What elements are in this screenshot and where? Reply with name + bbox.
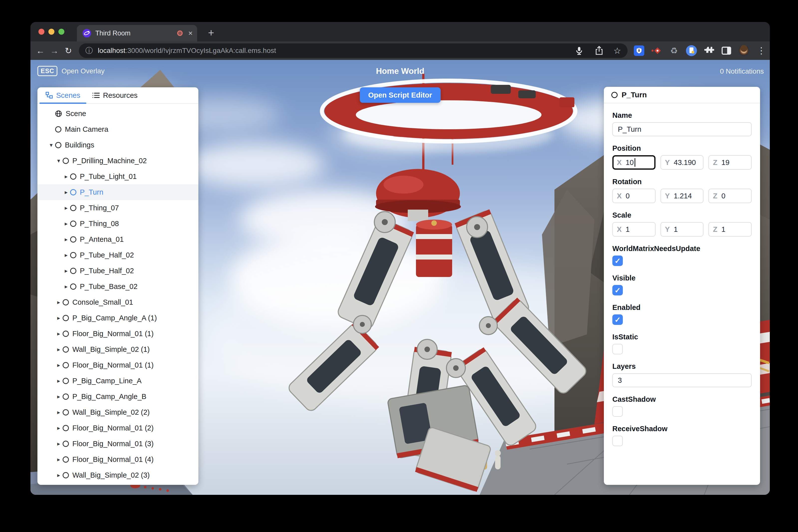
chevron-right-icon[interactable]: ▸ <box>62 173 70 180</box>
rotation-y-input[interactable]: Y1.214 <box>661 189 704 203</box>
chevron-right-icon[interactable]: ▸ <box>55 440 62 447</box>
properties-header: P_Turn <box>604 87 760 103</box>
chevron-down-icon[interactable]: ▾ <box>55 157 62 164</box>
chevron-right-icon[interactable]: ▸ <box>62 252 70 259</box>
rotation-z-input[interactable]: Z0 <box>708 189 752 203</box>
scale-label: Scale <box>612 211 752 220</box>
reload-icon[interactable]: ↻ <box>61 46 75 56</box>
tree-item[interactable]: ▾Buildings <box>37 137 198 153</box>
position-z-input[interactable]: Z19 <box>708 155 752 170</box>
tree-item[interactable]: ▸Console_Small_01 <box>37 294 198 310</box>
chevron-right-icon[interactable]: ▸ <box>62 220 70 227</box>
chevron-right-icon[interactable]: ▸ <box>62 189 70 196</box>
tree-item[interactable]: ▸P_Big_Camp_Angle_A (1) <box>37 310 198 326</box>
notifications-status[interactable]: 0 Notifications <box>720 68 764 75</box>
tree-item[interactable]: ▸P_Tube_Half_02 <box>37 263 198 279</box>
tree-item[interactable]: ▸P_Tube_Base_02 <box>37 279 198 294</box>
position-label: Position <box>612 144 752 153</box>
new-tab-button[interactable]: + <box>205 27 217 39</box>
chevron-right-icon[interactable]: ▸ <box>62 283 70 290</box>
window-zoom-button[interactable] <box>58 29 64 35</box>
scale-x-input[interactable]: X1 <box>612 222 656 236</box>
scale-z-input[interactable]: Z1 <box>708 222 752 236</box>
tree-item[interactable]: ▸P_Big_Camp_Line_A <box>37 373 198 389</box>
side-panel-icon[interactable] <box>720 45 733 57</box>
viewport-3d[interactable]: ESC Open Overlay Home World 0 Notificati… <box>31 60 770 495</box>
window-close-button[interactable] <box>38 29 44 35</box>
tree-item[interactable]: ▸Wall_Big_Simple_02 (2) <box>37 404 198 420</box>
open-overlay-control[interactable]: ESC Open Overlay <box>37 66 104 76</box>
tree-item-scene[interactable]: Scene <box>37 106 198 121</box>
tree-item[interactable]: ▸P_Antena_01 <box>37 232 198 247</box>
scene-tree: Scene Main Camera ▾Buildings ▾P_Drilling… <box>37 104 198 483</box>
browser-tab[interactable]: Third Room × <box>77 25 197 41</box>
chevron-right-icon[interactable]: ▸ <box>55 362 62 368</box>
tree-item[interactable]: ▸P_Tube_Half_02 <box>37 247 198 263</box>
microphone-icon[interactable] <box>574 45 585 56</box>
tree-item[interactable]: ▸Floor_Big_Normal_01 (1) <box>37 357 198 373</box>
tree-item[interactable]: ▸Wall_Big_Simple_02 (1) <box>37 342 198 357</box>
chevron-right-icon[interactable]: ▸ <box>62 236 70 243</box>
chevron-right-icon[interactable]: ▸ <box>55 393 62 400</box>
chevron-right-icon[interactable]: ▸ <box>55 425 62 432</box>
name-input[interactable]: P_Turn <box>612 122 752 136</box>
tree-item-selected[interactable]: ▸P_Turn <box>37 185 198 200</box>
tree-item[interactable]: ▸P_Big_Camp_Angle_B <box>37 389 198 404</box>
extension-recycle-icon[interactable]: ♻ <box>668 45 680 57</box>
extension-red-diamond-icon[interactable] <box>650 45 663 57</box>
tree-item[interactable]: ▸P_Thing_08 <box>37 216 198 232</box>
position-x-input[interactable]: X10 <box>612 155 656 170</box>
chevron-right-icon[interactable]: ▸ <box>55 346 62 353</box>
world-matrix-needs-update-checkbox[interactable]: ✓ <box>612 255 623 266</box>
chevron-right-icon[interactable]: ▸ <box>55 315 62 321</box>
share-icon[interactable] <box>594 45 605 56</box>
profile-avatar[interactable] <box>738 45 750 57</box>
rotation-x-input[interactable]: X0 <box>612 189 656 203</box>
position-y-input[interactable]: Y43.190 <box>661 155 704 170</box>
extensions-puzzle-icon[interactable] <box>703 45 715 57</box>
chevron-right-icon[interactable]: ▸ <box>55 409 62 416</box>
tab-resources[interactable]: Resources <box>86 87 144 103</box>
chevron-right-icon[interactable]: ▸ <box>55 472 62 479</box>
open-script-editor-button[interactable]: Open Script Editor <box>360 87 440 103</box>
site-info-icon[interactable]: ⓘ <box>86 46 93 56</box>
tree-item[interactable]: ▸P_Tube_Light_01 <box>37 169 198 185</box>
receive-shadow-checkbox[interactable]: ✓ <box>612 436 623 446</box>
tree-item[interactable]: Main Camera <box>37 121 198 137</box>
tree-item[interactable]: ▸Floor_Big_Normal_01 (1) <box>37 326 198 342</box>
browser-menu-icon[interactable]: ⋮ <box>755 45 767 57</box>
is-static-checkbox[interactable]: ✓ <box>612 344 623 354</box>
tab-close-icon[interactable]: × <box>188 30 193 37</box>
node-circle-icon <box>70 189 76 195</box>
tree-item[interactable]: ▸Floor_Big_Normal_01 (3) <box>37 436 198 452</box>
url-path: :3000/world/!vjrzmTVOcyIsLgaAkA:call.ems… <box>126 47 276 54</box>
cast-shadow-checkbox[interactable]: ✓ <box>612 406 623 417</box>
chevron-right-icon[interactable]: ▸ <box>55 456 62 463</box>
chevron-right-icon[interactable]: ▸ <box>55 299 62 306</box>
layers-input[interactable]: 3 <box>612 373 752 387</box>
window-minimize-button[interactable] <box>49 29 54 35</box>
tree-item[interactable]: ▾P_Drilling_Machine_02 <box>37 153 198 169</box>
check-icon: ✓ <box>614 316 621 324</box>
tab-resources-label: Resources <box>103 91 138 99</box>
tree-item[interactable]: ▸P_Thing_07 <box>37 200 198 216</box>
back-icon[interactable]: ← <box>34 46 48 56</box>
forward-icon[interactable]: → <box>48 46 61 56</box>
enabled-checkbox[interactable]: ✓ <box>612 315 623 325</box>
tree-item[interactable]: ▸Wall_Big_Simple_02 (3) <box>37 468 198 483</box>
address-bar[interactable]: ⓘ localhost:3000/world/!vjrzmTVOcyIsLgaA… <box>79 43 628 58</box>
scale-y-input[interactable]: Y1 <box>661 222 704 236</box>
extension-document-icon[interactable] <box>685 45 698 57</box>
chevron-right-icon[interactable]: ▸ <box>55 330 62 337</box>
chevron-right-icon[interactable]: ▸ <box>55 378 62 384</box>
tree-item[interactable]: ▸Floor_Big_Normal_01 (4) <box>37 452 198 468</box>
bookmark-star-icon[interactable]: ☆ <box>613 46 621 56</box>
tree-item-label: Scene <box>65 110 86 118</box>
chevron-right-icon[interactable]: ▸ <box>62 267 70 274</box>
tab-scenes[interactable]: Scenes <box>39 87 86 103</box>
chevron-right-icon[interactable]: ▸ <box>62 205 70 211</box>
chevron-down-icon[interactable]: ▾ <box>48 142 55 149</box>
visible-checkbox[interactable]: ✓ <box>612 285 623 296</box>
extension-shield-icon[interactable] <box>633 45 645 57</box>
tree-item[interactable]: ▸Floor_Big_Normal_01 (2) <box>37 420 198 436</box>
